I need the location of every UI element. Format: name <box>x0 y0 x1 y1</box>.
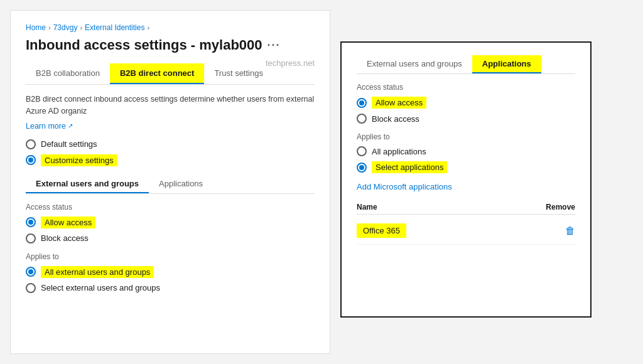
access-status-label: Access status <box>26 203 315 211</box>
right-radio-allow-access[interactable]: Allow access <box>357 97 575 109</box>
right-tabs-row: External users and groups Applications <box>357 55 575 74</box>
tab-b2b-direct-connect[interactable]: B2B direct connect <box>110 63 204 84</box>
radio-outer-select-external <box>26 283 36 293</box>
col-header-remove: Remove <box>546 203 575 211</box>
page-title: Inbound access settings - mylab000 ··· <box>26 37 315 53</box>
right-radio-outer-all-apps <box>357 146 367 156</box>
page-wrapper: Home › 73dvgy › External Identities › In… <box>0 0 643 364</box>
radio-all-external[interactable]: All external users and groups <box>26 266 315 278</box>
radio-label-block: Block access <box>41 233 89 243</box>
radio-block-access[interactable]: Block access <box>26 233 315 244</box>
breadcrumb-tenant[interactable]: 73dvgy <box>53 23 78 32</box>
applies-to-label: Applies to <box>26 252 315 261</box>
radio-label-select-external: Select external users and groups <box>41 283 160 292</box>
breadcrumb-chevron-1: › <box>48 24 51 31</box>
right-radio-label-block: Block access <box>372 114 419 124</box>
office365-name-cell: Office 365 <box>357 223 406 238</box>
radio-outer-customize <box>26 155 36 165</box>
page-title-text: Inbound access settings - mylab000 <box>26 37 262 53</box>
radio-inner-customize <box>28 158 33 163</box>
radio-select-external[interactable]: Select external users and groups <box>26 283 315 293</box>
right-radio-outer-select-apps <box>357 163 367 173</box>
sub-tab-applications[interactable]: Applications <box>149 175 213 193</box>
right-radio-outer-block <box>357 114 367 124</box>
breadcrumb-home[interactable]: Home <box>26 23 46 32</box>
radio-label-default: Default settings <box>41 139 97 149</box>
applies-to-radio-group: All external users and groups Select ext… <box>26 266 315 293</box>
access-status-radio-group: Allow access Block access <box>26 217 315 244</box>
radio-allow-access[interactable]: Allow access <box>26 217 315 228</box>
right-radio-block-access[interactable]: Block access <box>357 114 575 124</box>
learn-more-link[interactable]: Learn more ↗ <box>26 122 73 131</box>
right-radio-label-select-apps: Select applications <box>372 161 447 173</box>
watermark: techpress.net <box>266 58 315 68</box>
right-radio-inner-select-apps <box>359 165 364 170</box>
breadcrumb-section[interactable]: External Identities <box>85 23 144 32</box>
ellipsis-menu[interactable]: ··· <box>267 39 281 52</box>
sub-tab-external-users[interactable]: External users and groups <box>26 175 149 193</box>
radio-outer-allow <box>26 217 36 227</box>
add-microsoft-applications-link[interactable]: Add Microsoft applications <box>357 182 452 191</box>
left-panel: Home › 73dvgy › External Identities › In… <box>10 10 330 354</box>
right-radio-inner-allow <box>359 100 364 105</box>
settings-radio-group: Default settings Customize settings <box>26 139 315 166</box>
external-link-icon: ↗ <box>68 122 73 129</box>
delete-icon[interactable]: 🗑 <box>565 225 575 237</box>
left-sub-tabs-row: External users and groups Applications <box>26 175 315 194</box>
right-access-status-label: Access status <box>357 83 575 92</box>
tab-trust-settings[interactable]: Trust settings <box>204 63 273 84</box>
radio-outer-all-external <box>26 267 36 277</box>
tab-b2b-collaboration[interactable]: B2B collaboration <box>26 63 110 84</box>
table-row: Office 365 🗑 <box>357 217 575 245</box>
right-panel: External users and groups Applications A… <box>340 41 592 318</box>
right-radio-select-apps[interactable]: Select applications <box>357 161 575 173</box>
learn-more-text: Learn more <box>26 122 66 131</box>
radio-outer-block <box>26 233 36 244</box>
right-access-status-radio-group: Allow access Block access <box>357 97 575 124</box>
radio-default-settings[interactable]: Default settings <box>26 139 315 149</box>
radio-label-all-external: All external users and groups <box>41 266 154 278</box>
radio-inner-allow <box>28 220 33 225</box>
add-link-text: Add Microsoft applications <box>357 182 452 191</box>
right-applies-to-label: Applies to <box>357 132 575 141</box>
right-tab-external-users[interactable]: External users and groups <box>357 55 472 73</box>
col-header-name: Name <box>357 203 377 211</box>
radio-label-allow: Allow access <box>41 217 95 228</box>
right-radio-label-all-apps: All applications <box>372 147 426 156</box>
right-applies-to-radio-group: All applications Select applications <box>357 146 575 173</box>
breadcrumb-chevron-3: › <box>147 24 149 31</box>
right-radio-label-allow: Allow access <box>372 97 426 109</box>
radio-customize-settings[interactable]: Customize settings <box>26 154 315 166</box>
table-header: Name Remove <box>357 198 575 215</box>
breadcrumb-chevron-2: › <box>80 24 82 31</box>
description-text: B2B direct connect inbound access settin… <box>26 94 315 117</box>
breadcrumb: Home › 73dvgy › External Identities › <box>26 23 315 32</box>
right-radio-outer-allow <box>357 98 367 108</box>
right-tab-applications[interactable]: Applications <box>472 55 541 73</box>
radio-inner-all-external <box>28 269 33 274</box>
radio-label-customize: Customize settings <box>41 154 117 166</box>
right-radio-all-apps[interactable]: All applications <box>357 146 575 156</box>
radio-outer-default <box>26 139 36 149</box>
